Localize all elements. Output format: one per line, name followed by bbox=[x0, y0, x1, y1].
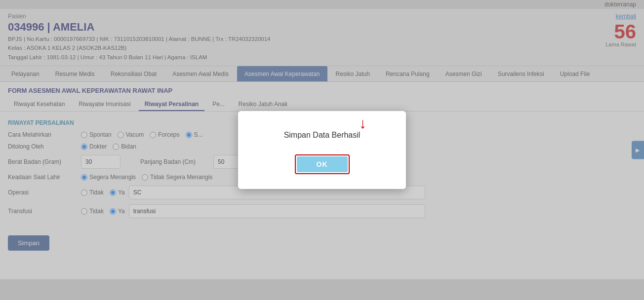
modal-overlay: ↓ Simpan Data Berhasil OK bbox=[0, 0, 644, 279]
modal-message: Simpan Data Berhasil bbox=[268, 131, 376, 140]
arrow-down-icon: ↓ bbox=[359, 116, 366, 131]
ok-button-wrapper: OK bbox=[295, 154, 350, 174]
modal-dialog: ↓ Simpan Data Berhasil OK bbox=[238, 111, 406, 189]
ok-button[interactable]: OK bbox=[297, 156, 348, 172]
